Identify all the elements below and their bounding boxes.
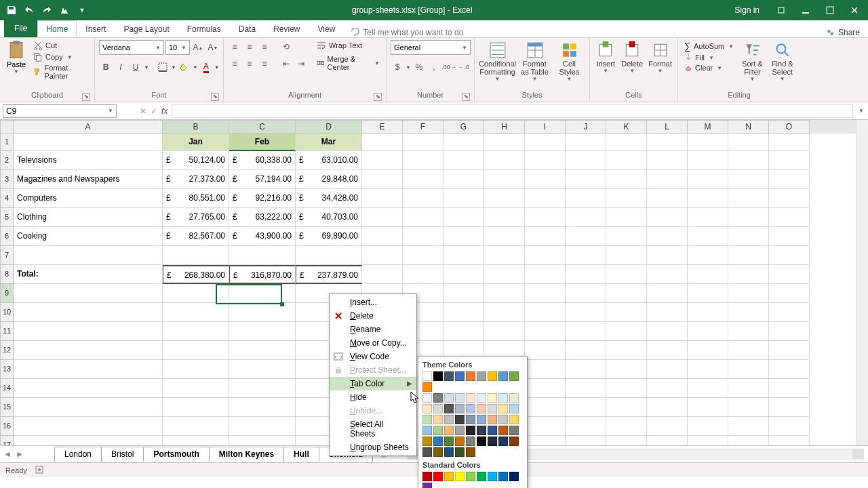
- color-swatch[interactable]: [498, 404, 508, 413]
- data-cell[interactable]: £69,890.00: [296, 227, 362, 246]
- color-swatch[interactable]: [444, 393, 454, 403]
- total-cell[interactable]: £237,879.00: [296, 265, 362, 284]
- cells-format-button[interactable]: Format▼: [647, 40, 673, 75]
- color-swatch[interactable]: [455, 436, 465, 446]
- color-swatch[interactable]: [422, 436, 432, 446]
- color-swatch[interactable]: [455, 404, 465, 413]
- ribbon-display-icon[interactable]: [772, 1, 791, 20]
- data-cell[interactable]: £27,765.00: [163, 208, 229, 227]
- orientation-icon[interactable]: ⟲: [279, 40, 293, 54]
- color-swatch[interactable]: [433, 426, 443, 435]
- tab-formulas[interactable]: Formulas: [178, 20, 230, 37]
- total-cell[interactable]: £268,380.00: [163, 265, 229, 284]
- tell-me-search[interactable]: Tell me what you want to do: [351, 28, 463, 37]
- color-swatch[interactable]: [509, 393, 519, 403]
- cm-insert[interactable]: Insert...: [330, 296, 416, 309]
- color-swatch[interactable]: [509, 371, 519, 381]
- decrease-indent-icon[interactable]: ⇤: [279, 57, 293, 70]
- color-swatch[interactable]: [477, 415, 486, 424]
- color-swatch[interactable]: [488, 371, 497, 381]
- data-cell[interactable]: £57,194.00: [229, 170, 296, 189]
- row-header-14[interactable]: 14: [0, 379, 14, 398]
- data-cell[interactable]: £27,373.00: [163, 170, 229, 189]
- row-header-17[interactable]: 17: [0, 436, 14, 445]
- color-swatch[interactable]: [422, 426, 432, 435]
- sheet-nav-next-icon[interactable]: ►: [16, 449, 24, 459]
- row-header-16[interactable]: 16: [0, 417, 14, 436]
- row-header-4[interactable]: 4: [0, 189, 14, 208]
- color-swatch[interactable]: [422, 472, 432, 481]
- font-dialog-icon[interactable]: ⬊: [211, 93, 219, 101]
- cm-hide[interactable]: Hide: [330, 390, 416, 404]
- tab-home[interactable]: Home: [37, 20, 77, 37]
- row-header-2[interactable]: 2: [0, 151, 14, 170]
- align-right-icon[interactable]: ≡: [258, 57, 271, 70]
- color-swatch[interactable]: [444, 472, 454, 481]
- fx-icon[interactable]: fx: [161, 106, 167, 116]
- data-cell[interactable]: £80,551.00: [163, 189, 229, 208]
- color-swatch[interactable]: [444, 447, 454, 457]
- col-header-M[interactable]: M: [688, 120, 728, 134]
- category-label[interactable]: Computers: [14, 189, 163, 208]
- tab-review[interactable]: Review: [264, 20, 309, 37]
- decrease-font-icon[interactable]: A▼: [206, 41, 220, 54]
- color-swatch[interactable]: [477, 371, 486, 381]
- color-swatch[interactable]: [488, 426, 497, 435]
- color-swatch[interactable]: [488, 472, 497, 481]
- tab-page-layout[interactable]: Page Layout: [115, 20, 178, 37]
- month-header[interactable]: Mar: [296, 134, 362, 151]
- cells-delete-button[interactable]: Delete▼: [620, 40, 644, 75]
- month-header[interactable]: Feb: [229, 134, 296, 151]
- touch-mode-icon[interactable]: [57, 3, 72, 18]
- color-swatch[interactable]: [422, 415, 432, 424]
- color-swatch[interactable]: [477, 393, 486, 403]
- sheet-tab-milton-keynes[interactable]: Milton Keynes: [209, 447, 284, 462]
- color-swatch[interactable]: [433, 447, 443, 457]
- maximize-icon[interactable]: [821, 1, 840, 20]
- paste-button[interactable]: Paste ▼: [4, 40, 28, 75]
- row-header-15[interactable]: 15: [0, 398, 14, 417]
- color-swatch[interactable]: [422, 404, 432, 413]
- category-label[interactable]: Cooking: [14, 227, 163, 246]
- row-header-10[interactable]: 10: [0, 303, 14, 322]
- cm-view-code[interactable]: View Code: [330, 350, 416, 363]
- category-label[interactable]: Clothing: [14, 208, 163, 227]
- fill-handle[interactable]: [280, 302, 284, 306]
- data-cell[interactable]: £92,216.00: [229, 189, 296, 208]
- total-label[interactable]: Total:: [14, 265, 163, 284]
- cm-select-all-sheets[interactable]: Select All Sheets: [330, 418, 416, 441]
- color-swatch[interactable]: [509, 404, 519, 413]
- row-header-12[interactable]: 12: [0, 341, 14, 360]
- cells-insert-button[interactable]: Insert▼: [594, 40, 617, 75]
- color-swatch[interactable]: [488, 415, 497, 424]
- month-header[interactable]: Jan: [163, 134, 229, 151]
- col-header-E[interactable]: E: [362, 120, 403, 134]
- color-swatch[interactable]: [444, 415, 454, 424]
- color-swatch[interactable]: [444, 371, 454, 381]
- color-swatch[interactable]: [466, 447, 475, 457]
- color-swatch[interactable]: [444, 404, 454, 413]
- percent-format-icon[interactable]: %: [412, 60, 426, 74]
- color-swatch[interactable]: [433, 404, 443, 413]
- close-icon[interactable]: [845, 1, 864, 20]
- align-top-icon[interactable]: ≡: [228, 40, 241, 54]
- find-select-button[interactable]: Find & Select▼: [769, 40, 796, 83]
- color-swatch[interactable]: [455, 426, 465, 435]
- autosum-button[interactable]: ∑AutoSum▼: [682, 40, 736, 52]
- col-header-K[interactable]: K: [606, 120, 647, 134]
- col-header-D[interactable]: D: [296, 120, 362, 134]
- cm-tab-color[interactable]: Tab Color▶: [330, 377, 416, 390]
- font-name-combo[interactable]: Verdana▼: [99, 40, 164, 55]
- data-cell[interactable]: £34,428.00: [296, 189, 362, 208]
- formula-bar[interactable]: [172, 104, 853, 118]
- cm-move-copy[interactable]: Move or Copy...: [330, 336, 416, 350]
- sheet-nav-prev-icon[interactable]: ◄: [3, 449, 12, 459]
- color-swatch[interactable]: [509, 426, 519, 435]
- color-swatch[interactable]: [498, 436, 508, 446]
- color-swatch[interactable]: [509, 415, 519, 424]
- bold-icon[interactable]: B: [99, 60, 113, 74]
- font-color-icon[interactable]: A: [199, 60, 213, 74]
- tab-data[interactable]: Data: [230, 20, 264, 37]
- col-header-N[interactable]: N: [728, 120, 769, 134]
- col-header-G[interactable]: G: [443, 120, 484, 134]
